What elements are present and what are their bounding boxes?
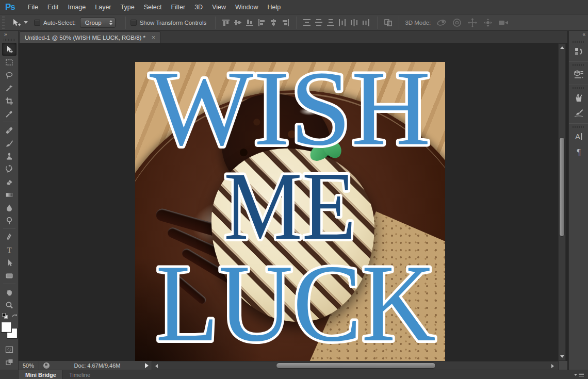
- 3d-slide-icon[interactable]: [482, 18, 494, 27]
- 3d-roll-icon[interactable]: [451, 18, 463, 27]
- status-badge-icon[interactable]: [43, 362, 50, 369]
- align-left-edges-icon[interactable]: [257, 19, 266, 27]
- lasso-tool-button[interactable]: [2, 69, 17, 81]
- pen-tool-button[interactable]: [2, 230, 17, 243]
- horizontal-scrollbar[interactable]: [152, 361, 558, 370]
- distribute-top-edges-icon[interactable]: [303, 19, 312, 27]
- menu-window[interactable]: Window: [231, 4, 263, 11]
- crop-tool-button[interactable]: [2, 94, 17, 107]
- dock-grip[interactable]: [573, 87, 584, 89]
- canvas-viewport[interactable]: WISH ME LUCK: [19, 43, 567, 361]
- auto-select-checkbox[interactable]: [34, 20, 40, 26]
- magic-wand-tool-button[interactable]: [2, 81, 17, 94]
- options-bar-grip[interactable]: [1, 16, 6, 29]
- align-bottom-edges-icon[interactable]: [246, 19, 254, 27]
- panel-menu-icon[interactable]: [574, 370, 584, 379]
- character-panel-icon: A: [574, 131, 584, 142]
- scroll-down-icon[interactable]: [560, 355, 564, 358]
- align-right-edges-icon[interactable]: [281, 19, 290, 27]
- tab-close-icon[interactable]: ×: [152, 35, 155, 41]
- separator: [296, 17, 297, 29]
- character-panel-button[interactable]: A: [569, 129, 588, 144]
- brush-icon: [5, 139, 13, 147]
- dock-grip[interactable]: [573, 41, 584, 43]
- foreground-color-swatch[interactable]: [2, 322, 11, 332]
- rectangular-marquee-tool-button[interactable]: [2, 56, 17, 69]
- distribute-horizontal-centers-icon[interactable]: [350, 19, 359, 27]
- history-panel-button[interactable]: [569, 44, 588, 59]
- path-selection-tool-button[interactable]: [2, 256, 17, 269]
- tools-grip[interactable]: [4, 39, 15, 41]
- menu-select[interactable]: Select: [139, 4, 167, 11]
- align-horizontal-centers-icon[interactable]: [269, 19, 278, 27]
- tools-collapse-icon[interactable]: »: [0, 31, 18, 39]
- horizontal-scrollbar-thumb[interactable]: [276, 362, 436, 369]
- default-swap-colors[interactable]: [1, 312, 18, 320]
- align-top-edges-icon[interactable]: [222, 19, 231, 27]
- 3d-drag-icon[interactable]: [467, 18, 478, 27]
- 3d-rotate-icon[interactable]: [436, 18, 447, 27]
- menu-layer[interactable]: Layer: [90, 4, 116, 11]
- document-tab[interactable]: Untitled-1 @ 50% (WISH ME LUCK, RGB/8) *…: [20, 31, 160, 43]
- current-tool-preset[interactable]: [12, 19, 28, 27]
- distribute-right-edges-icon[interactable]: [362, 19, 371, 27]
- document-tab-strip: Untitled-1 @ 50% (WISH ME LUCK, RGB/8) *…: [19, 31, 567, 43]
- dock-collapse-icon[interactable]: «: [569, 31, 588, 39]
- history-brush-tool-button[interactable]: [2, 162, 17, 175]
- brush-tool-button[interactable]: [2, 137, 17, 150]
- menu-image[interactable]: Image: [63, 4, 91, 11]
- mini-bridge-tab[interactable]: Mini Bridge: [19, 370, 63, 379]
- rectangle-tool-button[interactable]: [2, 269, 17, 282]
- blur-tool-button[interactable]: [2, 201, 17, 214]
- quick-mask-button[interactable]: [2, 343, 17, 356]
- scroll-right-icon[interactable]: [551, 364, 554, 368]
- menu-3d[interactable]: 3D: [190, 4, 207, 11]
- timeline-tab[interactable]: Timeline: [63, 370, 96, 379]
- menu-type[interactable]: Type: [116, 4, 139, 11]
- vertical-scrollbar[interactable]: [558, 43, 566, 361]
- dodge-tool-button[interactable]: [2, 214, 17, 227]
- dock-grip[interactable]: [573, 126, 584, 128]
- paragraph-panel-button[interactable]: ¶: [569, 144, 588, 160]
- menu-file[interactable]: File: [23, 4, 43, 11]
- type-tool-button[interactable]: T: [2, 243, 17, 256]
- separator: [215, 17, 216, 29]
- align-vertical-centers-icon[interactable]: [234, 19, 242, 27]
- dock-grip[interactable]: [573, 64, 584, 66]
- brush-panel-button[interactable]: [569, 90, 588, 106]
- dodge-icon: [5, 217, 13, 225]
- menu-edit[interactable]: Edit: [43, 4, 63, 11]
- eraser-tool-button[interactable]: [2, 175, 17, 188]
- distribute-bottom-edges-icon[interactable]: [326, 19, 335, 27]
- move-tool-button[interactable]: [2, 43, 17, 56]
- paragraph-panel-icon: ¶: [574, 147, 584, 157]
- eyedropper-tool-button[interactable]: [2, 107, 17, 120]
- vertical-scrollbar-thumb[interactable]: [559, 137, 565, 237]
- distribute-left-edges-icon[interactable]: [338, 19, 347, 27]
- zoom-level-field[interactable]: 50%: [19, 361, 39, 370]
- menu-filter[interactable]: Filter: [166, 4, 190, 11]
- scroll-up-icon[interactable]: [560, 46, 564, 49]
- rectangle-shape-icon: [5, 272, 13, 280]
- show-transform-checkbox[interactable]: [130, 20, 137, 26]
- status-menu-arrow-icon[interactable]: [145, 363, 149, 368]
- properties-panel-button[interactable]: [569, 67, 588, 83]
- distribute-vertical-centers-icon[interactable]: [315, 19, 323, 27]
- menu-view[interactable]: View: [207, 4, 231, 11]
- magic-wand-icon: [5, 84, 13, 92]
- scroll-left-icon[interactable]: [155, 364, 158, 368]
- zoom-tool-button[interactable]: [2, 299, 17, 311]
- auto-select-mode-dropdown[interactable]: Group: [80, 18, 116, 28]
- separator: [377, 17, 378, 29]
- brush-presets-panel-button[interactable]: [569, 106, 588, 121]
- gradient-tool-button[interactable]: [2, 188, 17, 201]
- menu-help[interactable]: Help: [263, 4, 286, 11]
- canvas-image[interactable]: WISH ME LUCK: [135, 62, 445, 361]
- screen-mode-button[interactable]: [2, 356, 17, 369]
- spot-healing-brush-tool-button[interactable]: [2, 124, 17, 137]
- clone-stamp-tool-button[interactable]: [2, 150, 17, 162]
- auto-align-layers-icon[interactable]: [384, 19, 393, 27]
- 3d-scale-camera-icon[interactable]: [498, 18, 509, 27]
- color-swatches[interactable]: [1, 321, 18, 343]
- hand-tool-button[interactable]: [2, 286, 17, 299]
